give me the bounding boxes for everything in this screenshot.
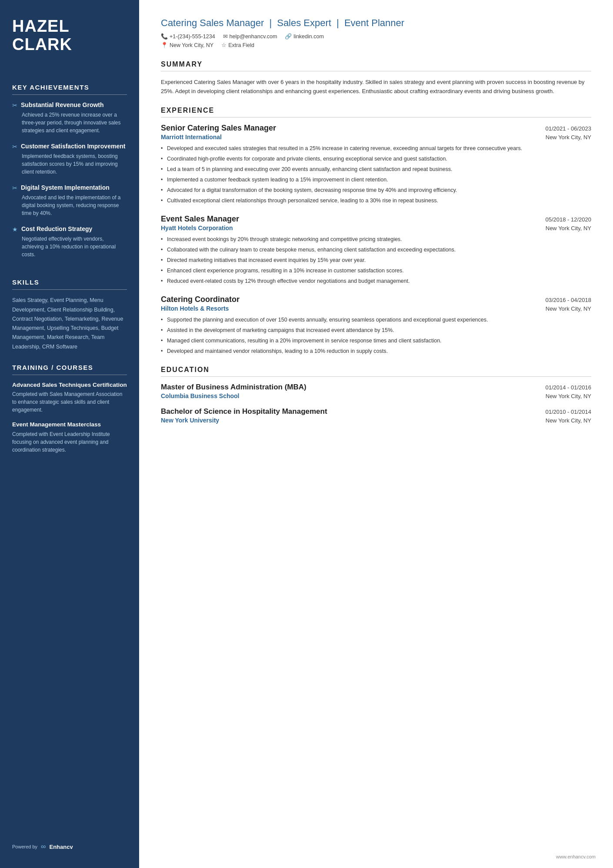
exp-company-1: Marriott International [161,134,222,141]
edu-entry-2: Bachelor of Science in Hospitality Manag… [161,407,591,424]
exp-location-2: New York City, NY [546,225,591,231]
star-icon: ★ [12,226,18,233]
exp-header-row-2: Event Sales Manager 05/2018 - 12/2020 [161,214,591,224]
edu-degree-1: Master of Business Administration (MBA) [161,383,306,392]
edu-header-row-1: Master of Business Administration (MBA) … [161,383,591,392]
achievements-section-title: KEY ACHIEVEMENTS [12,84,127,91]
experience-divider [161,117,591,117]
exp-title-2: Event Sales Manager [161,214,239,224]
training-title-2: Event Management Masterclass [12,421,127,429]
training-item-2: Event Management Masterclass Completed w… [12,421,127,454]
exp-location-3: New York City, NY [546,305,591,312]
job-title-3: Event Planner [344,17,404,28]
bullet-2-4: Enhanced client experience programs, res… [161,266,591,275]
bullet-3-3: Managed client communications, resulting… [161,336,591,345]
edu-dates-1: 01/2014 - 01/2016 [545,384,591,391]
achievement-desc-4: Negotiated effectively with vendors, ach… [12,235,127,258]
training-list: Advanced Sales Techniques Certification … [12,381,127,461]
exp-bullets-2: Increased event bookings by 20% through … [161,235,591,285]
achievement-desc-1: Achieved a 25% revenue increase over a t… [12,111,127,134]
training-item-1: Advanced Sales Techniques Certification … [12,381,127,414]
main-header: Catering Sales Manager | Sales Expert | … [161,17,591,48]
exp-title-3: Catering Coordinator [161,295,240,304]
exp-header-row-1: Senior Catering Sales Manager 01/2021 - … [161,124,591,133]
achievement-desc-2: Implemented feedback systems, boosting s… [12,152,127,176]
exp-bullets-1: Developed and executed sales strategies … [161,144,591,205]
location-icon: 📍 [161,42,168,48]
skills-section-title: SKILLS [12,278,127,286]
skills-text: Sales Strategy, Event Planning, Menu Dev… [12,296,127,352]
candidate-name: HAZEL CLARK [12,17,127,54]
edu-degree-2: Bachelor of Science in Hospitality Manag… [161,407,327,416]
exp-dates-3: 03/2016 - 04/2018 [545,297,591,303]
achievements-divider [12,94,127,95]
experience-entry-2: Event Sales Manager 05/2018 - 12/2020 Hy… [161,214,591,285]
achievement-item-3: ✂ Digital System Implementation Advocate… [12,184,127,217]
edu-header-row-2: Bachelor of Science in Hospitality Manag… [161,407,591,416]
bullet-1-5: Advocated for a digital transformation o… [161,186,591,194]
exp-dates-1: 01/2021 - 06/2023 [545,125,591,132]
location-item: 📍 New York City, NY [161,42,213,48]
bullet-2-5: Reduced event-related costs by 12% throu… [161,277,591,285]
job-titles: Catering Sales Manager | Sales Expert | … [161,17,591,29]
phone-item: 📞 +1-(234)-555-1234 [161,33,215,40]
experience-entry-1: Senior Catering Sales Manager 01/2021 - … [161,124,591,205]
achievement-item-1: ✂ Substantial Revenue Growth Achieved a … [12,101,127,134]
link-icon: 🔗 [285,33,292,40]
email-value: help@enhancv.com [230,34,277,40]
exp-location-1: New York City, NY [546,134,591,141]
achievement-title-4: Cost Reduction Strategy [21,225,92,233]
achievement-icon-1: ✂ [12,102,17,109]
edu-school-1: Columbia Business School [161,392,239,399]
main-content: Catering Sales Manager | Sales Expert | … [139,0,613,868]
job-title-1: Catering Sales Manager [161,17,264,28]
bullet-3-1: Supported the planning and execution of … [161,315,591,324]
achievement-title-3: Digital System Implementation [21,184,110,191]
training-divider [12,375,127,375]
education-title: EDUCATION [161,366,591,374]
bullet-2-3: Directed marketing initiatives that incr… [161,256,591,265]
achievements-list: ✂ Substantial Revenue Growth Achieved a … [12,101,127,267]
main-footer: www.enhancv.com [556,854,596,859]
experience-title: EXPERIENCE [161,107,591,114]
bullet-1-1: Developed and executed sales strategies … [161,144,591,153]
sidebar: HAZEL CLARK KEY ACHIEVEMENTS ✂ Substanti… [0,0,139,868]
bullet-1-6: Cultivated exceptional client relationsh… [161,196,591,205]
email-icon: ✉ [223,33,228,40]
email-item: ✉ help@enhancv.com [223,33,277,40]
bullet-3-4: Developed and maintained vendor relation… [161,347,591,355]
exp-company-row-3: Hilton Hotels & Resorts New York City, N… [161,305,591,312]
edu-entry-1: Master of Business Administration (MBA) … [161,383,591,399]
exp-dates-2: 05/2018 - 12/2020 [545,216,591,223]
edu-school-row-2: New York University New York City, NY [161,417,591,424]
achievement-item-2: ✂ Customer Satisfaction Improvement Impl… [12,142,127,176]
linkedin-value: linkedin.com [293,34,323,40]
summary-title: SUMMARY [161,60,591,68]
edu-location-2: New York City, NY [546,417,591,424]
bullet-1-4: Implemented a customer feedback system l… [161,175,591,184]
achievement-title-2: Customer Satisfaction Improvement [21,142,125,150]
edu-school-2: New York University [161,417,219,424]
enhancv-brand: Enhancv [50,844,73,850]
bullet-3-2: Assisted in the development of marketing… [161,326,591,335]
powered-by-label: Powered by [12,844,37,849]
separator-1: | [269,17,274,28]
achievement-desc-3: Advocated and led the implementation of … [12,194,127,217]
phone-value: +1-(234)-555-1234 [170,34,215,40]
exp-title-1: Senior Catering Sales Manager [161,124,276,133]
phone-icon: 📞 [161,33,168,40]
exp-header-row-3: Catering Coordinator 03/2016 - 04/2018 [161,295,591,304]
exp-company-3: Hilton Hotels & Resorts [161,305,229,312]
training-desc-1: Completed with Sales Management Associat… [12,390,127,414]
enhancv-infinity-icon: ∞ [41,843,46,851]
edu-dates-2: 01/2010 - 01/2014 [545,409,591,415]
bullet-1-3: Led a team of 5 in planning and executin… [161,165,591,174]
contact-line: 📞 +1-(234)-555-1234 ✉ help@enhancv.com 🔗… [161,33,591,40]
address-line: 📍 New York City, NY ☆ Extra Field [161,42,591,48]
extra-value: Extra Field [228,42,254,48]
achievement-icon-3: ✂ [12,184,17,191]
training-title-1: Advanced Sales Techniques Certification [12,381,127,389]
achievement-header-4: ★ Cost Reduction Strategy [12,225,127,233]
edu-location-1: New York City, NY [546,393,591,399]
achievement-header-3: ✂ Digital System Implementation [12,184,127,191]
